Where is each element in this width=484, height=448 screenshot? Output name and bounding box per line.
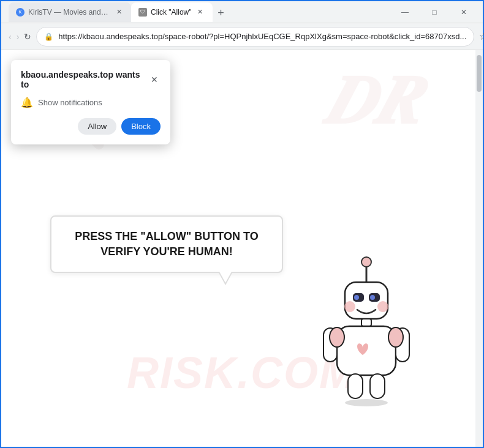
speech-bubble: PRESS THE "ALLOW" BUTTON TO VERIFY YOU'R… — [50, 215, 283, 273]
block-button[interactable]: Block — [121, 118, 161, 135]
scrollbar-thumb[interactable] — [477, 55, 482, 92]
bell-icon: 🔔 — [21, 97, 33, 108]
speech-text: PRESS THE "ALLOW" BUTTON TO VERIFY YOU'R… — [69, 229, 265, 259]
tab1-favicon: K — [16, 8, 25, 17]
scrollbar[interactable] — [475, 50, 483, 447]
new-tab-button[interactable]: + — [213, 5, 230, 22]
allow-button[interactable]: Allow — [78, 118, 116, 135]
popup-close-button[interactable]: ✕ — [148, 73, 161, 86]
lock-icon: 🔒 — [44, 32, 53, 41]
svg-rect-21 — [370, 374, 385, 398]
svg-point-22 — [345, 399, 388, 406]
svg-point-13 — [377, 301, 388, 312]
tab2-close-button[interactable]: ✕ — [195, 7, 205, 17]
refresh-button[interactable]: ↻ — [24, 28, 31, 45]
svg-point-10 — [354, 295, 359, 300]
notification-label: Show notifications — [38, 98, 102, 107]
svg-point-19 — [388, 327, 403, 347]
svg-rect-20 — [348, 374, 363, 398]
close-button[interactable]: ✕ — [450, 2, 478, 22]
tab2-title: Click "Allow" — [151, 8, 192, 17]
svg-point-11 — [370, 295, 375, 300]
svg-point-18 — [330, 327, 344, 347]
popup-header: kbaou.andespeaks.top wants to ✕ — [21, 70, 161, 89]
notification-popup: kbaou.andespeaks.top wants to ✕ 🔔 Show n… — [11, 60, 170, 144]
svg-point-6 — [361, 257, 371, 267]
page-content: 𝑫𝑹 RISK.COM kbaou.andespeaks.top wants t… — [1, 50, 483, 447]
popup-title: kbaou.andespeaks.top wants to — [21, 70, 148, 89]
address-input[interactable]: 🔒 https://kbaou.andespeaks.top/space-rob… — [36, 27, 474, 47]
svg-point-12 — [344, 301, 355, 312]
notification-row: 🔔 Show notifications — [21, 97, 161, 108]
browser-window: K KirisTV — Movies and Series D... ✕ 🛡 C… — [0, 0, 484, 448]
bookmark-button[interactable]: ☆ — [479, 28, 484, 45]
window-controls: — □ ✕ — [391, 2, 478, 22]
popup-buttons: Allow Block — [21, 118, 161, 135]
maximize-button[interactable]: □ — [420, 2, 448, 22]
tab-allow[interactable]: 🛡 Click "Allow" ✕ — [131, 2, 213, 22]
url-text: https://kbaou.andespeaks.top/space-robot… — [58, 32, 466, 41]
tab2-favicon: 🛡 — [138, 8, 147, 17]
svg-rect-14 — [361, 319, 371, 326]
tabs-area: K KirisTV — Movies and Series D... ✕ 🛡 C… — [6, 2, 388, 22]
back-button[interactable]: ‹ — [9, 28, 12, 45]
tab1-title: KirisTV — Movies and Series D... — [28, 8, 110, 17]
title-bar: K KirisTV — Movies and Series D... ✕ 🛡 C… — [1, 1, 483, 23]
minimize-button[interactable]: — — [391, 2, 419, 22]
tab1-close-button[interactable]: ✕ — [114, 7, 124, 17]
forward-button[interactable]: › — [17, 28, 20, 45]
robot-character — [311, 248, 422, 410]
svg-text:𝑫𝑹: 𝑫𝑹 — [321, 64, 431, 138]
tab-kiristv[interactable]: K KirisTV — Movies and Series D... ✕ — [9, 2, 131, 22]
address-bar: ‹ › ↻ 🔒 https://kbaou.andespeaks.top/spa… — [1, 23, 483, 50]
